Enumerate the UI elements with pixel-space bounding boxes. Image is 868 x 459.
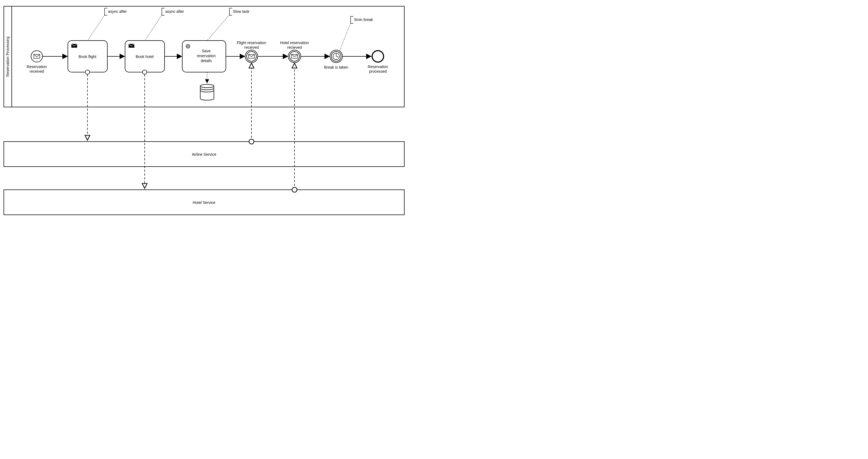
annotation-async-after-1-label: async after	[108, 9, 127, 13]
event-flight-recv-label-1: Flight reservation	[237, 40, 266, 45]
annotation-async-after-2-label: async after	[165, 9, 184, 13]
task-book-flight-label: Book flight	[79, 55, 96, 59]
task-save-label-3: details	[201, 59, 212, 63]
event-hotel-recv-label-1: Hotel reservation	[280, 40, 309, 45]
message-icon	[291, 55, 298, 58]
task-save-label-2: reservation	[197, 54, 216, 58]
task-book-hotel[interactable]: Book hotel	[125, 40, 164, 72]
task-book-hotel-label: Book hotel	[136, 55, 154, 59]
event-hotel-recv-label-2: recieved	[287, 45, 302, 50]
svg-point-35	[372, 51, 383, 62]
send-task-icon	[71, 44, 77, 47]
task-save-label-1: Save	[202, 49, 211, 53]
event-break-label: Break is taken	[324, 65, 348, 69]
end-event-label-2: processed	[369, 69, 387, 73]
annotation-break-label: 5min break	[354, 18, 373, 22]
participant-airline-label: Airline Service	[192, 152, 216, 157]
participant-hotel: Hotel Service	[4, 190, 404, 215]
timer-icon	[333, 53, 339, 60]
boundary-marker-book-flight	[85, 70, 90, 74]
message-icon	[34, 55, 40, 58]
task-save-reservation-details[interactable]: Save reservation details	[182, 40, 226, 72]
lane-label: Reservation Processing	[5, 36, 10, 77]
boundary-marker-book-hotel	[143, 70, 147, 74]
bpmn-diagram: Reservation Processing Reservation recei…	[0, 0, 407, 216]
message-icon	[248, 55, 254, 58]
event-flight-recv-label-2: received	[244, 45, 259, 50]
start-event-label-2: received	[30, 69, 44, 73]
data-store	[200, 85, 214, 100]
participant-hotel-label: Hotel Service	[193, 200, 215, 205]
end-event-label-1: Reservation	[368, 65, 388, 69]
task-book-flight[interactable]: Book flight	[68, 40, 107, 72]
participant-airline: Airline Service	[4, 141, 404, 167]
send-task-icon	[129, 44, 134, 47]
annotation-slow-task-label: Slow task	[233, 9, 250, 13]
start-event-label: Reservation	[27, 65, 47, 69]
